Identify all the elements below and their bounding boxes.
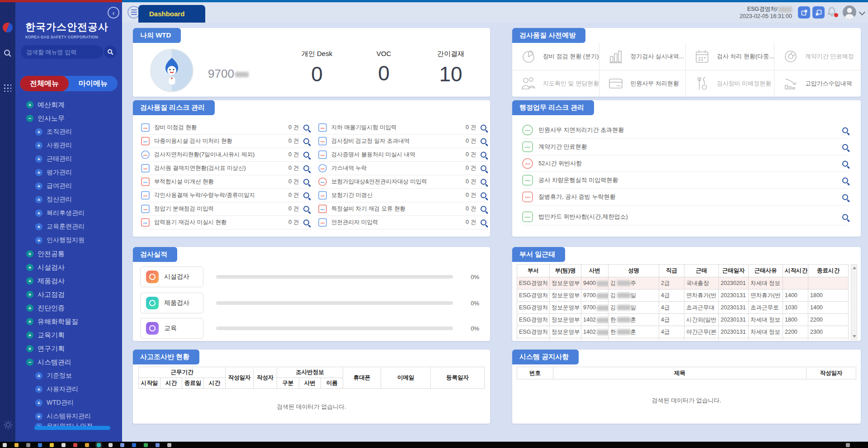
tile-equipment-unassigned[interactable]: 검사장비 미배정현황 [686,70,774,97]
expand-icon[interactable]: + [26,277,33,285]
apps-grid-icon[interactable] [3,84,11,92]
tab-all-menu[interactable]: 전체메뉴 [20,76,69,91]
tile-periodic-inspection[interactable]: 정기검사 실시내역... [599,43,686,70]
magnifier-icon[interactable] [481,179,486,185]
menu-search-input[interactable] [21,45,103,59]
expand-icon[interactable]: + [26,101,33,108]
menu-scrollbar-thumb[interactable] [34,426,110,430]
tab-my-menu[interactable]: 마이메뉴 [69,76,118,91]
taskbar-icon[interactable] [120,443,124,447]
taskbar-icon[interactable] [156,443,160,447]
menu-item-employee[interactable]: +사원관리 [15,139,118,152]
facility-inspection-button[interactable]: 시설검사 [140,266,203,287]
expand-icon[interactable]: + [35,372,42,379]
expand-icon[interactable]: + [35,386,42,393]
magnifier-icon[interactable] [842,144,848,150]
tile-contract-expiry[interactable]: 계약기간 만료예정 [774,43,861,70]
menu-item-user-mgmt[interactable]: +사용자관리 [15,383,118,396]
menu-item-attendance[interactable]: +근태관리 [15,152,118,166]
open-external-button[interactable] [812,6,825,19]
menu-item-evaluation[interactable]: +평가관리 [15,166,118,179]
taskbar-icon[interactable] [108,443,113,447]
tile-equipment-check[interactable]: 장비 점검 현황 (분기) [512,43,599,70]
expand-icon[interactable]: + [26,318,33,325]
magnifier-icon[interactable] [303,192,309,198]
scroll-up-arrow[interactable] [853,266,856,269]
menu-item-settlement[interactable]: +정산관리 [15,193,118,206]
stat-voc[interactable]: VOC 0 [368,50,400,86]
magnifier-icon[interactable] [481,125,486,131]
magnifier-icon[interactable] [481,138,486,144]
collapse-icon[interactable]: − [26,115,33,122]
menu-item-product-inspection[interactable]: +제품검사 [15,274,118,288]
chevron-down-icon[interactable] [859,9,865,15]
expand-icon[interactable]: + [35,196,42,203]
expand-icon[interactable]: + [35,223,42,230]
taskbar-icon[interactable] [167,443,171,447]
stat-quick-approval[interactable]: 간이결재 10 [435,50,467,86]
magnifier-icon[interactable] [842,127,848,133]
expand-icon[interactable]: + [26,304,33,312]
search-icon[interactable] [3,49,12,58]
menu-item-facility-inspection[interactable]: +시설검사 [15,261,118,274]
table-row[interactable]: ESG경영처정보운영부1402한훈4급야간근무(본20230131차세대 정보2… [517,326,849,338]
expand-icon[interactable]: + [35,399,42,406]
menu-item-payroll[interactable]: +급여관리 [15,179,118,193]
magnifier-icon[interactable] [481,219,486,225]
magnifier-icon[interactable] [303,179,309,185]
sidebar-collapse-button[interactable]: ‹ [108,7,119,19]
expand-icon[interactable]: + [35,237,42,244]
expand-icon[interactable]: + [35,210,42,217]
expand-icon[interactable]: + [35,128,42,135]
taskbar-icon[interactable] [85,443,89,447]
magnifier-icon[interactable] [842,177,848,183]
menu-item-training[interactable]: +교육훈련관리 [15,220,118,233]
magnifier-icon[interactable] [303,206,309,212]
taskbar-icon[interactable] [26,443,30,447]
expand-icon[interactable]: + [26,331,33,339]
tile-guidance-interview[interactable]: 지도확인 및 면담현황 [512,70,599,97]
menu-item-diagnosis[interactable]: +진단인증 [15,301,118,315]
menu-item-wtd-mgmt[interactable]: +WTD관리 [15,396,118,410]
table-row[interactable]: ESG경영처정보운영부9700김일4급초과근무대20230131초과근무로103… [517,302,849,314]
menu-item-base-info[interactable]: +기준정보 [15,369,118,383]
menu-search-button[interactable] [104,46,117,58]
expand-icon[interactable]: + [35,155,42,163]
open-window-button[interactable] [798,6,810,19]
magnifier-icon[interactable] [303,165,309,171]
taskbar-tray-icon[interactable] [846,443,850,447]
magnifier-icon[interactable] [481,192,486,198]
magnifier-icon[interactable] [303,138,309,144]
taskbar-icon[interactable] [73,443,77,447]
magnifier-icon[interactable] [481,152,486,158]
expand-icon[interactable]: + [26,291,33,298]
tile-civil-affairs[interactable]: 민원사무 처리현황 [599,70,686,97]
menu-item-edu-planning[interactable]: +교육기획 [15,328,118,342]
expand-icon[interactable]: + [35,413,42,420]
menu-item-accident-check[interactable]: +사고점검 [15,288,118,301]
taskbar-icon[interactable] [61,443,66,447]
menu-item-hr[interactable]: −인사노무 [15,112,118,125]
tile-gas-import[interactable]: 고압가스수입내역 [774,70,861,97]
product-inspection-button[interactable]: 제품검사 [140,293,203,313]
menu-item-budget[interactable]: +예산회계 [15,98,118,112]
stat-personal-desk[interactable]: 개인 Desk 0 [301,50,333,86]
vertical-scrollbar[interactable] [851,264,857,340]
taskbar-icon[interactable] [132,443,136,447]
collapse-icon[interactable]: − [26,359,33,366]
menu-item-research-planning[interactable]: +연구기획 [15,342,118,355]
bell-icon[interactable] [826,6,838,18]
expand-icon[interactable]: + [35,182,42,190]
scroll-down-arrow[interactable] [853,335,856,338]
expand-icon[interactable]: + [26,345,33,352]
magnifier-icon[interactable] [842,214,848,220]
menu-item-system-maintenance[interactable]: +시스템유지관리 [15,410,118,423]
expand-icon[interactable]: + [35,169,42,176]
avatar[interactable] [843,5,856,19]
magnifier-icon[interactable] [303,219,309,225]
table-row[interactable]: ESG경영처정보운영부1402한훈4급연차휴가20230202연차휴가 [517,338,849,341]
magnifier-icon[interactable] [303,125,309,131]
menu-item-safety-common[interactable]: +안전공통 [15,247,118,261]
table-row[interactable]: ESG경영처정보운영부9400김주2급국내출장20230201차세대 정보 [517,277,849,289]
table-row[interactable]: ESG경영처정보운영부1402한훈4급시간외(일반20230131차세대 정보1… [517,314,849,326]
